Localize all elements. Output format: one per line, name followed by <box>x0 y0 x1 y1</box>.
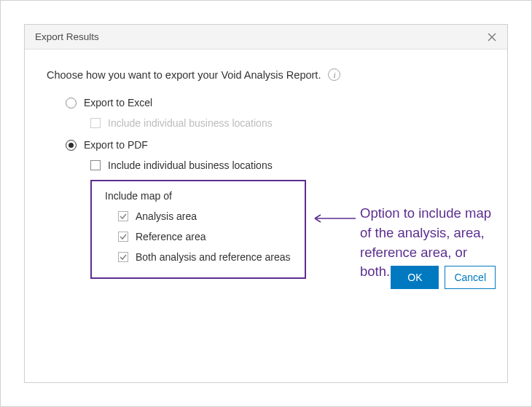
checkbox-map-both[interactable]: Both analysis and reference areas <box>118 251 292 263</box>
prompt-text: Choose how you want to export your Void … <box>47 69 321 81</box>
checkbox-icon <box>118 252 128 262</box>
radio-label: Export to Excel <box>84 97 152 108</box>
annotation-callout: Option to include map of the analysis, a… <box>310 204 493 282</box>
dialog-titlebar: Export Results <box>25 25 507 50</box>
info-icon[interactable]: i <box>328 68 340 81</box>
radio-export-pdf[interactable]: Export to PDF <box>66 139 485 151</box>
close-button[interactable] <box>484 29 500 45</box>
outer-frame: Export Results Choose how you want to ex… <box>0 0 532 407</box>
checkbox-icon <box>90 118 101 128</box>
radio-label: Export to PDF <box>84 139 148 151</box>
prompt-row: Choose how you want to export your Void … <box>47 68 485 81</box>
include-map-label: Include map of <box>105 190 292 202</box>
radio-icon <box>66 98 77 108</box>
checkbox-map-analysis[interactable]: Analysis area <box>118 210 292 222</box>
checkbox-label: Include individual business locations <box>108 159 273 171</box>
checkbox-pdf-locations[interactable]: Include individual business locations <box>90 159 485 171</box>
checkbox-icon <box>118 211 128 221</box>
checkbox-icon <box>90 160 101 170</box>
radio-icon <box>66 140 77 151</box>
checkbox-excel-locations: Include individual business locations <box>90 117 485 129</box>
checkbox-map-reference[interactable]: Reference area <box>118 231 292 242</box>
annotation-text: Option to include map of the analysis, a… <box>360 204 493 282</box>
excel-sub-options: Include individual business locations <box>90 117 485 129</box>
arrow-left-icon <box>310 213 356 224</box>
checkbox-icon <box>118 232 128 242</box>
checkbox-label: Both analysis and reference areas <box>136 251 290 263</box>
include-map-section: Include map of Analysis area Reference <box>90 180 306 279</box>
checkbox-label: Reference area <box>136 231 206 242</box>
radio-export-excel[interactable]: Export to Excel <box>66 97 485 108</box>
close-icon <box>487 32 497 42</box>
dialog-title: Export Results <box>35 31 99 42</box>
checkbox-label: Analysis area <box>136 210 197 222</box>
checkbox-label: Include individual business locations <box>108 117 273 129</box>
